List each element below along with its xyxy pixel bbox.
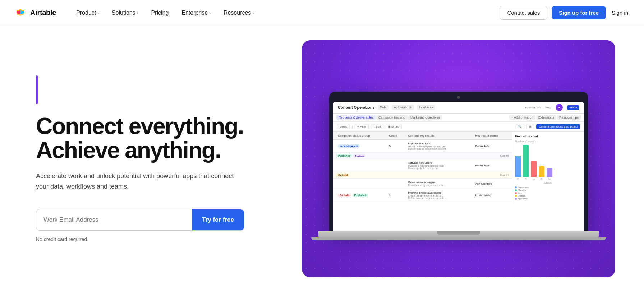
grid-btn[interactable]: ⊞ — [526, 124, 534, 129]
nav-item-product[interactable]: Product › — [70, 7, 105, 19]
hero-title: Connect everything. Achieve anything. — [36, 114, 280, 162]
published-badge: Published — [336, 154, 352, 157]
product-chevron-icon: › — [97, 11, 99, 15]
bar-live: Lv — [531, 161, 537, 180]
table-row: in development 5 Improve lead gen Delive… — [334, 140, 512, 153]
resources-chevron-icon: › — [252, 11, 254, 15]
td-owner-4: Leslie Walter — [474, 193, 509, 198]
airtable-logo-icon — [14, 6, 27, 19]
table-row-group-onhold: On hold Count 1 — [334, 172, 512, 179]
bar-planning: Pl — [523, 145, 529, 180]
table-row: On hold Published 1 Improve brand awaren… — [334, 189, 512, 202]
legend-dot-inprogress — [515, 186, 517, 188]
td-results-2: Activate new users Invest in a new onboa… — [406, 161, 474, 170]
logo[interactable]: Airtable — [14, 6, 56, 19]
published2-badge: Published — [353, 194, 368, 197]
signup-button[interactable]: Sign up for free — [552, 6, 606, 19]
app-tab-data: Data — [378, 105, 389, 110]
nav-item-enterprise[interactable]: Enterprise › — [176, 7, 216, 19]
td-count-4: 1 — [387, 193, 406, 198]
td-status-3 — [336, 183, 387, 184]
sort-btn[interactable]: ↕ Sort — [371, 124, 383, 129]
count-label: Count 5 — [500, 154, 509, 157]
laptop-screen-outer: Content Operations Data Automations Inte… — [329, 92, 588, 231]
subtab-relationships[interactable]: Relationships — [557, 115, 581, 120]
chart-x-label: Status — [515, 181, 581, 184]
contact-sales-button[interactable]: Contact sales — [500, 6, 547, 20]
table-header: Campaign status group Count Content key … — [334, 132, 512, 140]
legend-approvals: Approvals — [515, 198, 581, 200]
th-status: Campaign status group — [336, 133, 387, 138]
th-count: Count — [387, 133, 406, 138]
chart-y-label: Number of records — [515, 140, 581, 143]
navbar: Airtable Product › Solutions › Pricing E… — [0, 0, 644, 26]
table-row: Grow revenue engine Contribute copy expe… — [334, 179, 512, 189]
email-form: Try for free — [36, 209, 244, 231]
signin-link[interactable]: Sign in — [610, 7, 630, 19]
content-ops-dashboard-btn[interactable]: Content operations dashboard — [536, 124, 580, 129]
bar-planning-bar — [523, 145, 529, 177]
nav-item-solutions[interactable]: Solutions › — [106, 7, 144, 19]
solutions-chevron-icon: › — [137, 11, 138, 15]
bar-approvals: Ap — [547, 168, 552, 180]
app-chart: Production chart Number of records IP Pl — [512, 132, 584, 203]
app-table-area: Campaign status group Count Content key … — [334, 132, 584, 203]
user-avatar: A — [556, 104, 563, 111]
subtab-extensions[interactable]: Extensions — [536, 115, 556, 120]
try-for-free-button[interactable]: Try for free — [192, 209, 244, 230]
th-results: Content key results — [406, 133, 474, 138]
app-toolbar: Views | ≡ Filter ↕ Sort ⊞ Group 🔍 ⊞ Cont… — [334, 122, 584, 132]
app-title: Content Operations — [338, 105, 375, 110]
legend-dot-approvals — [515, 198, 517, 200]
bar-onhold: Oh — [539, 166, 544, 180]
logo-text: Airtable — [30, 9, 56, 17]
status-badge-1: in development — [338, 144, 360, 148]
hero-left: Connect everything. Achieve anything. Ac… — [36, 75, 280, 242]
share-button[interactable]: Share — [567, 105, 579, 110]
notifications-text: Notifications — [525, 106, 541, 109]
legend-planning: Planning — [515, 189, 581, 191]
table-row-group-label: Published Reviews Count 5 — [334, 153, 512, 159]
nav-item-resources[interactable]: Resources › — [218, 7, 259, 19]
email-input[interactable] — [36, 216, 192, 223]
bar-inprogress-bar — [515, 156, 521, 177]
app-table: Campaign status group Count Content key … — [334, 132, 512, 203]
subtab-campaign[interactable]: Campaign tracking — [376, 115, 408, 120]
filter-btn[interactable]: ≡ Filter — [355, 124, 369, 129]
laptop-mockup: Content Operations Data Automations Inte… — [329, 92, 588, 240]
onhold-badge: On hold — [336, 174, 349, 177]
legend-onhold: On hold — [515, 195, 581, 197]
hero-subtitle: Accelerate work and unlock potential wit… — [36, 171, 237, 192]
td-owner-2: Robin Jaffe — [474, 163, 509, 168]
sub-tabs: Requests & deliverables Campaign trackin… — [334, 114, 584, 122]
onhold2-badge: On hold — [338, 194, 351, 197]
reviews-badge: Reviews — [353, 154, 365, 157]
views-btn[interactable]: Views — [337, 124, 350, 129]
hero-image-area: Content Operations Data Automations Inte… — [302, 40, 615, 277]
nav-actions: Contact sales Sign up for free Sign in — [500, 6, 630, 20]
td-count-1: 5 — [387, 144, 406, 148]
camera-dot — [457, 96, 460, 99]
subtab-add-import[interactable]: + Add or import — [509, 115, 535, 120]
app-tab-interfaces: Interfaces — [417, 105, 436, 110]
chart-legend: In progress Planning Live — [515, 186, 581, 200]
subtab-marketing[interactable]: Marketing objectives — [408, 115, 442, 120]
toolbar-divider: | — [352, 125, 353, 128]
laptop-screen: Content Operations Data Automations Inte… — [334, 102, 584, 231]
laptop-base — [318, 231, 599, 237]
td-results-1: Improve lead gen Deliver 3 whitepapers f… — [406, 141, 474, 151]
nav-links: Product › Solutions › Pricing Enterprise… — [70, 7, 500, 19]
app-tab-automations: Automations — [392, 105, 414, 110]
td-status-2 — [336, 165, 387, 166]
nav-item-pricing[interactable]: Pricing — [145, 7, 174, 19]
th-owner: Key result owner — [474, 133, 509, 138]
subtab-requests[interactable]: Requests & deliverables — [336, 115, 376, 120]
legend-live: Live — [515, 192, 581, 194]
bar-onhold-bar — [539, 166, 544, 177]
td-status-4: On hold Published — [336, 193, 387, 198]
search-btn[interactable]: 🔍 — [516, 124, 524, 129]
legend-dot-onhold — [515, 195, 517, 197]
accent-bar — [36, 75, 38, 104]
td-count-2 — [387, 165, 406, 166]
group-btn[interactable]: ⊞ Group — [386, 124, 402, 129]
